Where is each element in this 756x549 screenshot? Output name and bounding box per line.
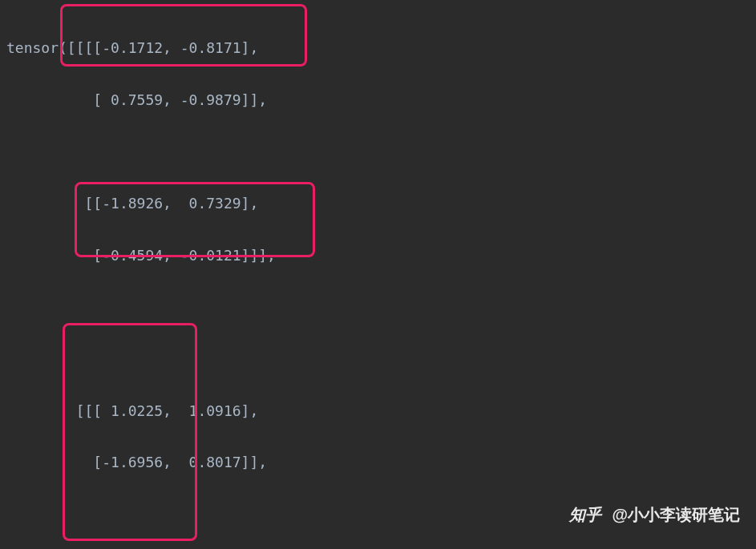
watermark: 知乎 @小小李读研笔记 [569,500,740,529]
watermark-username: @小小李读研笔记 [612,506,740,523]
code-line: [[[ 1.0225, 1.0916], [6,398,750,424]
code-line: [-1.6956, 0.8017]], [6,450,750,475]
code-line [6,295,750,321]
code-line [6,139,750,165]
code-output-panel: tensor([[[[-0.1712, -0.8171], [ 0.7559, … [0,0,756,549]
code-line [6,346,750,372]
zhihu-logo-icon: 知乎 [569,506,601,523]
code-line: tensor([[[[-0.1712, -0.8171], [6,35,750,61]
code-line: [[-1.8926, 0.7329], [6,191,750,216]
code-line: [ 0.7559, -0.9879]], [6,87,750,113]
code-line: [-0.4594, -0.0121]]], [6,243,750,268]
